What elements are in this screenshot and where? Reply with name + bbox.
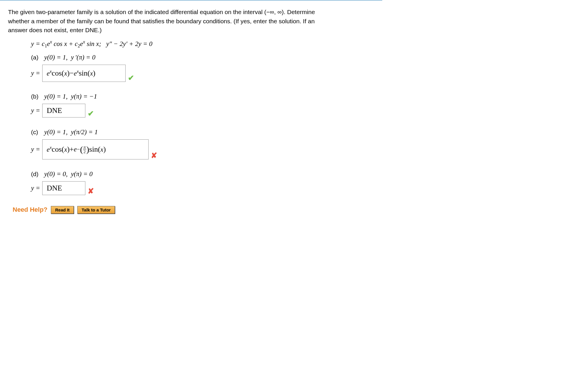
y-equals-c: y = [31, 146, 40, 153]
problem-statement: The given two-parameter family is a solu… [8, 7, 374, 35]
family-equation: y = c1ex cos x + c2ex sin x; y″ − 2y′ + … [31, 39, 374, 49]
answer-input-c[interactable]: excos(x) + e−(π2)sin(x) [42, 139, 149, 159]
problem-text-line-1: The given two-parameter family is a solu… [8, 9, 315, 15]
y-equals-b: y = [31, 107, 40, 114]
answer-input-d[interactable]: DNE [42, 181, 85, 195]
part-c: (c) y(0) = 1, y(π/2) = 1 y = excos(x) + … [31, 128, 374, 159]
cross-icon: ✘ [88, 187, 94, 196]
cross-icon: ✘ [151, 151, 157, 160]
part-b: (b) y(0) = 1, y(π) = −1 y = DNE ✔ [31, 93, 374, 118]
part-c-label: (c) [31, 129, 43, 136]
y-equals-d: y = [31, 184, 40, 192]
part-d-label: (d) [31, 171, 43, 178]
part-a: (a) y(0) = 1, y ′(π) = 0 y = excos(x) − … [31, 54, 374, 82]
part-c-answer-line: y = excos(x) + e−(π2)sin(x) ✘ [31, 139, 374, 159]
part-c-conditions: y(0) = 1, y(π/2) = 1 [44, 128, 98, 136]
check-icon: ✔ [88, 109, 94, 118]
part-a-label: (a) [31, 54, 43, 61]
read-it-button[interactable]: Read It [51, 206, 74, 214]
part-d-answer-line: y = DNE ✘ [31, 181, 374, 195]
answer-input-a[interactable]: excos(x) − exsin(x) [42, 65, 126, 82]
part-b-conditions: y(0) = 1, y(π) = −1 [44, 93, 97, 100]
need-help-label: Need Help? [13, 206, 47, 213]
part-d-conditions: y(0) = 0, y(π) = 0 [44, 170, 93, 178]
part-a-conditions: y(0) = 1, y ′(π) = 0 [44, 54, 95, 61]
part-d: (d) y(0) = 0, y(π) = 0 y = DNE ✘ [31, 170, 374, 195]
talk-to-tutor-button[interactable]: Talk to a Tutor [77, 206, 115, 214]
check-icon: ✔ [128, 74, 134, 82]
part-b-answer-line: y = DNE ✔ [31, 104, 374, 118]
problem-container: The given two-parameter family is a solu… [0, 0, 382, 221]
part-b-label: (b) [31, 93, 43, 100]
problem-text-line-3: answer does not exist, enter DNE.) [8, 27, 102, 33]
answer-input-b[interactable]: DNE [42, 104, 85, 118]
need-help-bar: Need Help? Read It Talk to a Tutor [13, 206, 374, 214]
part-a-answer-line: y = excos(x) − exsin(x) ✔ [31, 65, 374, 82]
problem-text-line-2: whether a member of the family can be fo… [8, 18, 315, 24]
y-equals-a: y = [31, 70, 40, 77]
